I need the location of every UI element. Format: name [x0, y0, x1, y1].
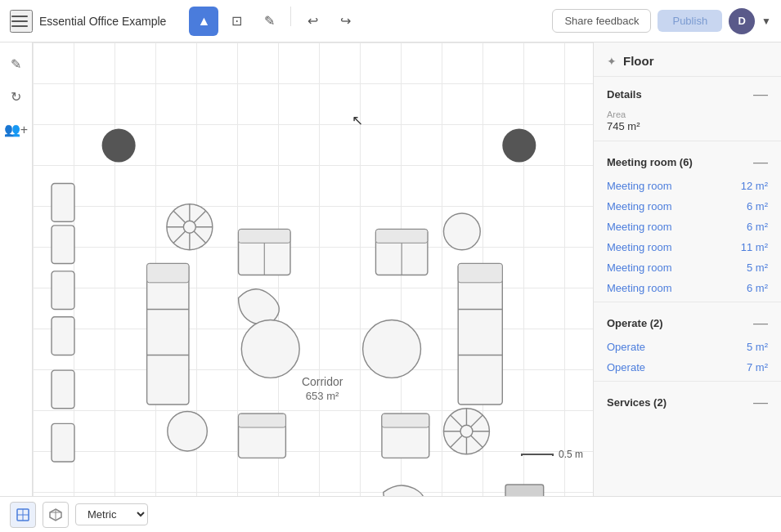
divider-1 — [594, 141, 781, 141]
operate-item[interactable]: Operate 5 m² — [594, 337, 781, 357]
undo-button[interactable]: ↩ — [298, 7, 327, 36]
meeting-room-item-name: Meeting room — [607, 241, 671, 253]
select-tool[interactable]: ▲ — [189, 7, 218, 36]
3d-view-button[interactable] — [43, 502, 69, 528]
metric-dropdown[interactable]: Metric Imperial — [75, 503, 148, 525]
avatar[interactable]: D — [729, 8, 755, 34]
2d-view-button[interactable] — [10, 502, 36, 528]
area-tool[interactable]: ⊡ — [222, 7, 251, 36]
meeting-room-item-area: 12 m² — [741, 180, 768, 192]
add-component-icon[interactable]: 👥+ — [3, 116, 29, 142]
operate-section-header: Operate (2) — — [594, 306, 781, 337]
services-collapse[interactable]: — — [753, 395, 768, 409]
share-feedback-button[interactable]: Share feedback — [552, 9, 651, 33]
panel-title: Floor — [623, 54, 654, 68]
operate-item-area: 5 m² — [747, 341, 768, 353]
draw-icon[interactable]: ✎ — [3, 51, 29, 77]
menu-button[interactable] — [10, 10, 33, 33]
main-content: ✎ ↻ 👥+ — [0, 42, 781, 496]
app-title: Essential Office Example — [39, 15, 166, 28]
scale-label: 0.5 m — [559, 449, 583, 460]
meeting-room-item-name: Meeting room — [607, 180, 671, 192]
panel-header: ✦ Floor — [594, 42, 781, 77]
left-sidebar: ✎ ↻ 👥+ — [0, 42, 33, 496]
operate-item-name: Operate — [607, 341, 645, 353]
meeting-room-item[interactable]: Meeting room 5 m² — [594, 257, 781, 278]
tool-group: ▲ ⊡ ✎ ↩ ↪ — [189, 7, 360, 36]
meeting-room-collapse[interactable]: — — [753, 154, 768, 169]
sparkle-icon: ✦ — [607, 55, 617, 68]
pen-tool[interactable]: ✎ — [254, 7, 284, 36]
divider-2 — [594, 302, 781, 302]
area-label: Area — [607, 110, 768, 119]
scale-line — [521, 454, 554, 456]
operate-item-area: 7 m² — [747, 361, 768, 373]
meeting-room-item-name: Meeting room — [607, 262, 671, 274]
meeting-room-item[interactable]: Meeting room 6 m² — [594, 278, 781, 298]
canvas-area[interactable]: Corridor 653 m² ↖ 0.5 m — [33, 42, 593, 496]
canvas-grid — [33, 42, 593, 496]
redo-button[interactable]: ↪ — [330, 7, 360, 36]
meeting-room-item-area: 6 m² — [747, 282, 768, 294]
services-section-header: Services (2) — — [594, 385, 781, 416]
right-panel: ✦ Floor Details — Area 745 m² Meeting ro… — [593, 42, 781, 496]
operate-title: Operate (2) — [607, 317, 663, 329]
operate-item[interactable]: Operate 7 m² — [594, 357, 781, 378]
meeting-room-item-area: 6 m² — [747, 221, 768, 233]
meeting-room-item-name: Meeting room — [607, 221, 671, 233]
meeting-room-section-header: Meeting room (6) — — [594, 145, 781, 176]
history-icon[interactable]: ↻ — [3, 83, 29, 110]
divider-3 — [594, 381, 781, 382]
meeting-room-item-area: 6 m² — [747, 200, 768, 212]
meeting-room-item[interactable]: Meeting room 6 m² — [594, 217, 781, 237]
operate-item-name: Operate — [607, 361, 645, 373]
toolbar: Essential Office Example ▲ ⊡ ✎ ↩ ↪ Share… — [0, 0, 781, 42]
details-collapse[interactable]: — — [753, 87, 768, 101]
meeting-room-list: Meeting room 12 m²Meeting room 6 m²Meeti… — [594, 176, 781, 298]
user-menu-chevron[interactable]: ▼ — [761, 16, 771, 27]
meeting-room-item-area: 5 m² — [747, 262, 768, 274]
services-title: Services (2) — [607, 396, 667, 409]
meeting-room-item[interactable]: Meeting room 6 m² — [594, 196, 781, 217]
details-section-header: Details — — [594, 77, 781, 108]
area-detail: Area 745 m² — [594, 108, 781, 137]
meeting-room-item-area: 11 m² — [741, 241, 768, 253]
details-title: Details — [607, 88, 642, 101]
operate-list: Operate 5 m²Operate 7 m² — [594, 337, 781, 378]
panel-scroll[interactable]: Details — Area 745 m² Meeting room (6) —… — [594, 77, 781, 496]
publish-button[interactable]: Publish — [658, 10, 722, 32]
toolbar-separator — [290, 7, 291, 26]
area-value: 745 m² — [607, 120, 768, 132]
meeting-room-item-name: Meeting room — [607, 282, 671, 294]
bottom-bar: Metric Imperial — [0, 496, 781, 532]
operate-collapse[interactable]: — — [753, 315, 768, 330]
meeting-room-item[interactable]: Meeting room 12 m² — [594, 176, 781, 196]
scale-bar: 0.5 m — [521, 449, 583, 460]
meeting-room-item-name: Meeting room — [607, 200, 671, 212]
meeting-room-item[interactable]: Meeting room 11 m² — [594, 237, 781, 257]
meeting-room-title: Meeting room (6) — [607, 156, 693, 168]
